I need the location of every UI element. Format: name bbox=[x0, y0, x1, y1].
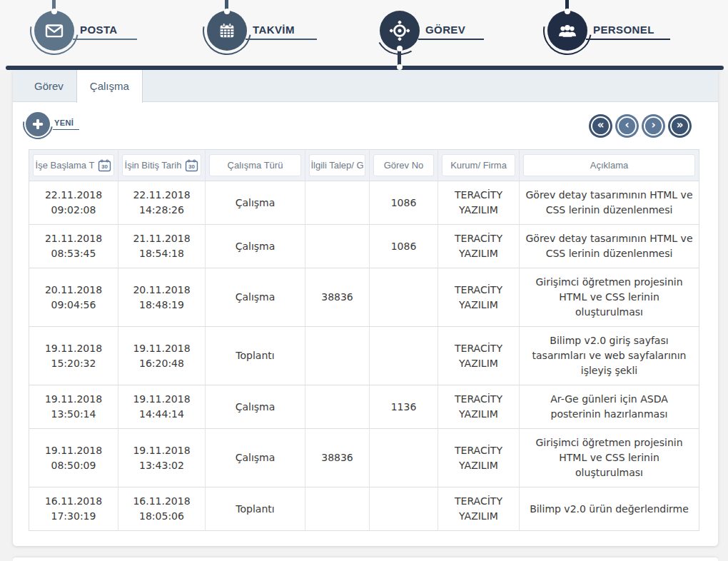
cell-company: TERACİTY YAZILIM bbox=[438, 327, 520, 385]
mail-icon bbox=[34, 11, 74, 51]
tab-calisma[interactable]: Çalışma bbox=[76, 70, 143, 103]
cell-description: Görev detay tasarımının HTML ve CSS leri… bbox=[520, 181, 699, 225]
cell-end-date: 19.11.2018 13:43:02 bbox=[118, 429, 206, 487]
header-work-type-filter[interactable]: Çalışma Türü bbox=[209, 154, 301, 176]
calendar-icon bbox=[207, 11, 247, 51]
work-table-wrapper: İşe Başlama T 30 İşin Bitiş Tarih bbox=[29, 149, 699, 531]
cell-task-no bbox=[370, 487, 438, 531]
cell-task-no: 1086 bbox=[370, 181, 438, 225]
cell-description: Ar-Ge günleri için ASDA posterinin hazır… bbox=[520, 385, 699, 429]
header-end-date-filter[interactable]: İşin Bitiş Tarih 30 bbox=[122, 154, 201, 176]
nav-dot bbox=[397, 46, 403, 51]
cell-company: TERACİTY YAZILIM bbox=[438, 225, 520, 268]
nav-item-personel[interactable]: PERSONEL bbox=[547, 0, 697, 70]
pagination-prev-button[interactable]: ‹ bbox=[617, 116, 637, 136]
table-row[interactable]: 21.11.2018 08:53:45 21.11.2018 18:54:18 … bbox=[29, 225, 699, 268]
datepicker-icon[interactable]: 30 bbox=[98, 159, 111, 172]
svg-text:30: 30 bbox=[189, 163, 196, 170]
nav-underline bbox=[73, 39, 137, 40]
nav-underline bbox=[418, 39, 484, 40]
cell-start-date: 19.11.2018 08:50:09 bbox=[29, 429, 118, 487]
work-table: İşe Başlama T 30 İşin Bitiş Tarih bbox=[29, 149, 699, 531]
pagination-first-button[interactable]: « bbox=[591, 116, 610, 136]
new-record-button[interactable]: YENİ bbox=[21, 110, 107, 141]
cell-task-no bbox=[370, 268, 438, 327]
table-row[interactable]: 19.11.2018 15:20:32 19.11.2018 16:20:48 … bbox=[29, 327, 699, 385]
cell-start-date: 20.11.2018 09:04:56 bbox=[29, 268, 118, 327]
cell-work-type: Çalışma bbox=[206, 429, 305, 487]
tab-gorev[interactable]: Görev bbox=[21, 70, 76, 101]
cell-end-date: 22.11.2018 14:28:26 bbox=[118, 181, 206, 225]
cell-related-request: 38836 bbox=[305, 268, 370, 327]
cell-end-date: 19.11.2018 16:20:48 bbox=[118, 327, 206, 385]
cell-start-date: 19.11.2018 13:50:14 bbox=[29, 385, 118, 429]
header-description-filter[interactable]: Açıklama bbox=[523, 154, 695, 176]
cell-end-date: 21.11.2018 18:54:18 bbox=[118, 225, 206, 268]
header-related-request-filter[interactable]: İlgili Talep/ G bbox=[309, 154, 365, 176]
cell-description: Girişimci öğretmen projesinin HTML ve CS… bbox=[520, 268, 699, 327]
header-start-date-filter[interactable]: İşe Başlama T 30 bbox=[33, 154, 114, 176]
toolbar: YENİ « ‹ › » bbox=[13, 102, 718, 143]
cell-description: Bilimp v2.0 ürün değerlendirme bbox=[520, 487, 699, 531]
cell-related-request bbox=[305, 225, 370, 268]
table-row[interactable]: 22.11.2018 09:02:08 22.11.2018 14:28:26 … bbox=[29, 181, 699, 225]
nav-label-gorev: GÖREV bbox=[425, 24, 465, 36]
next-panel-edge bbox=[13, 557, 718, 561]
pagination: « ‹ › » bbox=[591, 116, 699, 136]
nav-dot bbox=[224, 9, 230, 14]
nav-item-gorev[interactable]: GÖREV bbox=[380, 0, 530, 70]
nav-underline bbox=[246, 39, 317, 40]
nav-item-posta[interactable]: POSTA bbox=[34, 0, 184, 70]
cell-task-no bbox=[370, 327, 438, 385]
pagination-last-button[interactable]: » bbox=[670, 116, 689, 136]
table-row[interactable]: 16.11.2018 17:30:19 16.11.2018 18:05:06 … bbox=[29, 487, 699, 531]
cell-work-type: Toplantı bbox=[206, 487, 305, 531]
cell-description: Bilimp v2.0 giriş sayfası tasarımları ve… bbox=[520, 327, 699, 385]
cell-work-type: Çalışma bbox=[206, 181, 305, 225]
cell-end-date: 19.11.2018 14:44:14 bbox=[118, 385, 206, 429]
cell-related-request bbox=[305, 181, 370, 225]
header-task-no-filter[interactable]: Görev No bbox=[373, 154, 434, 176]
nav-dot bbox=[51, 9, 57, 14]
cell-related-request bbox=[305, 487, 370, 531]
top-navigation: POSTA TAKVİM bbox=[0, 0, 728, 70]
pagination-next-button[interactable]: › bbox=[644, 116, 663, 136]
table-row[interactable]: 20.11.2018 09:04:56 20.11.2018 18:48:19 … bbox=[29, 268, 699, 327]
cell-work-type: Çalışma bbox=[206, 385, 305, 429]
cell-end-date: 20.11.2018 18:48:19 bbox=[118, 268, 206, 327]
cell-start-date: 21.11.2018 08:53:45 bbox=[29, 225, 118, 268]
cell-company: TERACİTY YAZILIM bbox=[438, 385, 520, 429]
table-body: 22.11.2018 09:02:08 22.11.2018 14:28:26 … bbox=[29, 181, 699, 531]
table-row[interactable]: 19.11.2018 13:50:14 19.11.2018 14:44:14 … bbox=[29, 385, 699, 429]
cell-description: Girişimci öğretmen projesinin HTML ve CS… bbox=[520, 429, 699, 487]
tab-bar: Görev Çalışma bbox=[13, 70, 718, 102]
header-company-filter[interactable]: Kurum/ Firma bbox=[442, 154, 515, 176]
nav-item-takvim[interactable]: TAKVİM bbox=[207, 0, 357, 70]
datepicker-icon[interactable]: 30 bbox=[185, 159, 198, 172]
nav-underline bbox=[586, 39, 670, 40]
cell-start-date: 22.11.2018 09:02:08 bbox=[29, 181, 118, 225]
new-button-label: YENİ bbox=[53, 118, 79, 130]
nav-label-posta: POSTA bbox=[80, 24, 118, 36]
table-row[interactable]: 19.11.2018 08:50:09 19.11.2018 13:43:02 … bbox=[29, 429, 699, 487]
cell-work-type: Çalışma bbox=[206, 225, 305, 268]
plus-icon bbox=[26, 112, 50, 136]
nav-label-takvim: TAKVİM bbox=[253, 24, 295, 36]
cell-work-type: Toplantı bbox=[206, 327, 305, 385]
nav-divider-bar bbox=[6, 66, 724, 70]
cell-start-date: 19.11.2018 15:20:32 bbox=[29, 327, 118, 385]
cell-related-request: 38836 bbox=[305, 429, 370, 487]
cell-company: TERACİTY YAZILIM bbox=[438, 268, 520, 327]
people-icon bbox=[547, 11, 587, 51]
cell-task-no bbox=[370, 429, 438, 487]
cell-related-request bbox=[305, 327, 370, 385]
content-card: Görev Çalışma YENİ « ‹ › » bbox=[13, 70, 718, 546]
cell-description: Görev detay tasarımının HTML ve CSS leri… bbox=[520, 225, 699, 268]
nav-dot bbox=[397, 64, 403, 70]
table-header: İşe Başlama T 30 İşin Bitiş Tarih bbox=[29, 150, 699, 181]
nav-label-personel: PERSONEL bbox=[593, 24, 654, 36]
cell-work-type: Çalışma bbox=[206, 268, 305, 327]
cell-task-no: 1086 bbox=[370, 225, 438, 268]
cell-task-no: 1136 bbox=[370, 385, 438, 429]
target-icon bbox=[380, 11, 420, 51]
